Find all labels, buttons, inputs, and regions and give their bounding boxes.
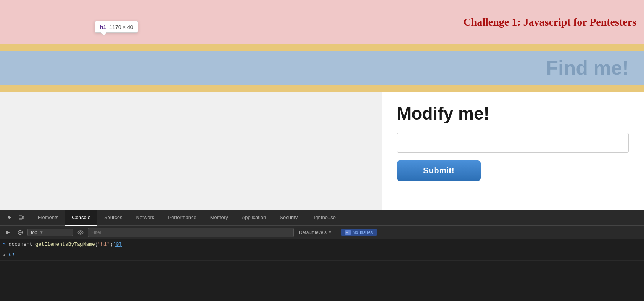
yellow-band-bottom <box>0 85 644 92</box>
page-header-band: Challenge 1: Javascript for Pentesters h… <box>0 0 644 44</box>
devtools-tab-bar: Elements Console Sources Network Perform… <box>0 210 644 226</box>
tab-memory[interactable]: Memory <box>203 210 235 226</box>
left-panel <box>0 92 382 210</box>
tab-security[interactable]: Security <box>273 210 304 226</box>
inspect-element-icon[interactable] <box>4 212 14 223</box>
code-document: document. <box>9 242 35 247</box>
right-panel: Modify me! Submit! <box>382 92 644 210</box>
context-selector[interactable]: top ▼ <box>27 229 73 236</box>
no-issues-label: No Issues <box>353 230 373 235</box>
no-issues-badge[interactable]: No Issues <box>341 229 377 236</box>
output-value: h1 <box>9 252 15 258</box>
tooltip-tag: h1 <box>100 24 106 30</box>
eye-icon[interactable] <box>76 227 85 237</box>
clear-console-icon[interactable] <box>15 227 25 237</box>
context-label: top <box>31 230 37 235</box>
code-method: getElementsByTagName <box>35 242 95 247</box>
blue-banner: Find me! <box>0 51 644 85</box>
tab-console[interactable]: Console <box>65 210 97 226</box>
run-script-icon[interactable] <box>3 227 13 237</box>
console-filter-input[interactable] <box>88 228 294 237</box>
toolbar-divider <box>338 229 338 236</box>
yellow-band-top <box>0 44 644 51</box>
page-title: Challenge 1: Javascript for Pentesters <box>463 16 636 28</box>
svg-marker-3 <box>6 231 10 234</box>
no-issues-icon <box>345 230 351 235</box>
svg-rect-1 <box>23 216 24 219</box>
svg-point-6 <box>80 231 82 233</box>
modify-input[interactable] <box>397 133 629 153</box>
code-string-h1: "h1" <box>98 242 110 247</box>
context-dropdown-icon: ▼ <box>40 230 43 234</box>
content-area: Modify me! Submit! <box>0 92 644 210</box>
console-toolbar: top ▼ Default levels ▼ <box>0 226 644 239</box>
page-area: Challenge 1: Javascript for Pentesters h… <box>0 0 644 210</box>
input-chevron: > <box>3 242 6 247</box>
modify-me-heading: Modify me! <box>397 103 629 124</box>
code-paren-open: ( <box>95 242 98 247</box>
default-levels-chevron: ▼ <box>328 230 332 234</box>
tab-sources[interactable]: Sources <box>97 210 129 226</box>
default-levels-label: Default levels <box>299 230 327 235</box>
tab-elements[interactable]: Elements <box>31 210 65 226</box>
tab-performance[interactable]: Performance <box>161 210 203 226</box>
device-toolbar-icon[interactable] <box>16 212 27 223</box>
tooltip-dimensions: 1170 × 40 <box>109 24 134 30</box>
code-paren-close: ) <box>110 242 113 247</box>
tab-application[interactable]: Application <box>235 210 273 226</box>
default-levels-button[interactable]: Default levels ▼ <box>296 230 335 235</box>
console-input-line: > document.getElementsByTagName("h1")[0] <box>0 239 644 250</box>
tab-lighthouse[interactable]: Lighthouse <box>304 210 343 226</box>
code-index: [0] <box>113 242 122 247</box>
element-tooltip: h1 1170 × 40 <box>95 21 138 33</box>
tab-network[interactable]: Network <box>129 210 161 226</box>
console-output-line: < h1 <box>0 250 644 261</box>
devtools-icon-group <box>0 210 31 225</box>
output-chevron: < <box>3 253 6 258</box>
submit-button[interactable]: Submit! <box>397 160 481 181</box>
console-output: > document.getElementsByTagName("h1")[0]… <box>0 239 644 301</box>
find-me-heading: Find me! <box>546 56 629 79</box>
devtools-panel: Elements Console Sources Network Perform… <box>0 210 644 301</box>
